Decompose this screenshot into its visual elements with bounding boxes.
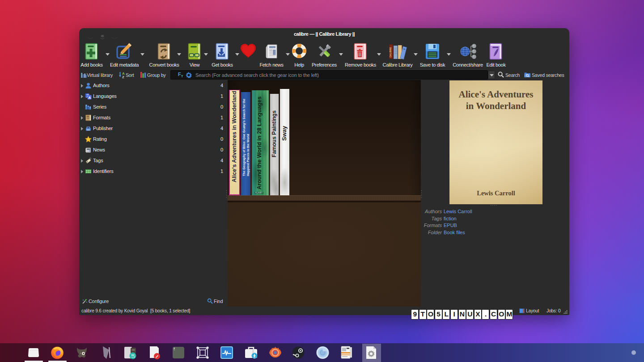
svg-text:A: A <box>89 96 91 100</box>
svg-text:CALIBRE: CALIBRE <box>390 47 392 57</box>
svg-text:Z: Z <box>122 75 124 79</box>
svg-text:111: 111 <box>253 357 255 359</box>
